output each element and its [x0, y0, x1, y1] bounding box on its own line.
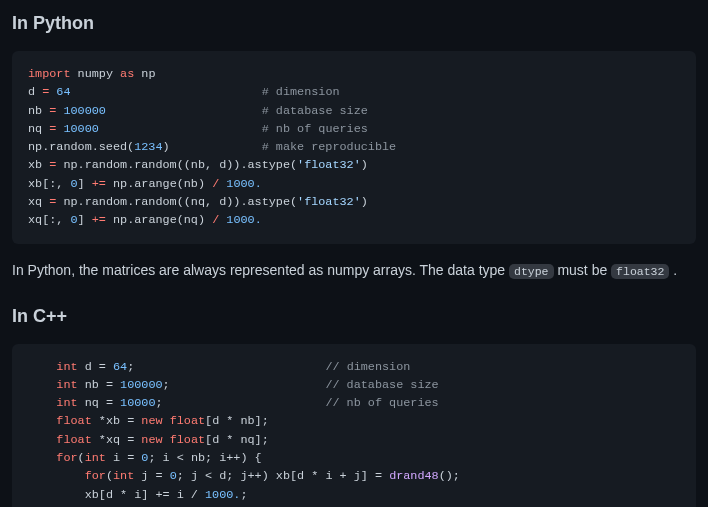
code-token: # database size	[262, 104, 368, 118]
code-token: )	[361, 195, 368, 209]
code-token: float	[56, 414, 91, 428]
code-token: np.arange(nb)	[106, 177, 212, 191]
code-token	[28, 469, 85, 483]
code-token: [d * nb];	[205, 414, 269, 428]
code-token: *xq =	[92, 433, 142, 447]
code-token: np.random.seed(	[28, 140, 134, 154]
code-token: # dimension	[262, 85, 340, 99]
code-token: # make reproducible	[262, 140, 397, 154]
code-token: int	[85, 451, 106, 465]
code-token: )	[361, 158, 368, 172]
code-token: int	[56, 396, 77, 410]
code-token	[106, 104, 262, 118]
code-token: float	[170, 433, 205, 447]
code-token: ;	[240, 488, 247, 502]
code-token: as	[120, 67, 134, 81]
text: .	[669, 262, 677, 278]
code-token: d =	[78, 360, 113, 374]
code-token: int	[113, 469, 134, 483]
code-token: for	[56, 451, 77, 465]
code-token: 64	[56, 85, 70, 99]
code-token: numpy	[70, 67, 120, 81]
code-token: nb	[28, 104, 49, 118]
code-token	[28, 488, 85, 502]
code-token	[71, 85, 262, 99]
code-token: import	[28, 67, 70, 81]
code-token: ; j < d; j++) xb[d * i + j] =	[177, 469, 389, 483]
code-token: 0	[70, 213, 77, 227]
code-token: // database size	[325, 378, 438, 392]
code-token: 'float32'	[297, 158, 361, 172]
code-token: *xb =	[92, 414, 142, 428]
code-token	[28, 433, 56, 447]
code-token: float	[56, 433, 91, 447]
code-token	[28, 396, 56, 410]
code-token: xb[d * i] += i /	[85, 488, 205, 502]
text: must be	[554, 262, 612, 278]
code-token: ;	[163, 378, 326, 392]
code-token: for	[85, 469, 106, 483]
heading-python: In Python	[12, 10, 696, 37]
code-token: np.random.random((nb, d)).astype(	[56, 158, 297, 172]
code-token: ;	[155, 396, 325, 410]
code-token: ]	[78, 213, 92, 227]
code-token: 1000.	[205, 488, 240, 502]
code-token: 64	[113, 360, 127, 374]
code-token	[99, 122, 262, 136]
code-token: // nb of queries	[325, 396, 438, 410]
code-token: 1234	[134, 140, 162, 154]
code-token: 0	[170, 469, 177, 483]
code-token: )	[163, 140, 262, 154]
code-token: 10000	[120, 396, 155, 410]
code-token: new	[141, 414, 162, 428]
code-token: (	[106, 469, 113, 483]
code-token: +=	[92, 213, 106, 227]
code-token	[163, 414, 170, 428]
code-token: [d * nq];	[205, 433, 269, 447]
code-token: +=	[92, 177, 106, 191]
code-token	[28, 414, 56, 428]
code-token: ;	[127, 360, 325, 374]
code-token	[28, 360, 56, 374]
code-token	[28, 378, 56, 392]
code-token: ; i < nb; i++) {	[148, 451, 261, 465]
code-token: nq	[28, 122, 49, 136]
paragraph: In Python, the matrices are always repre…	[12, 260, 696, 281]
code-block-python: import numpy as np d = 64 # dimension nb…	[12, 51, 696, 244]
code-token: new	[141, 433, 162, 447]
code-block-cpp: int d = 64; // dimension int nb = 100000…	[12, 344, 696, 507]
code-token: j =	[134, 469, 169, 483]
code-token: 100000	[120, 378, 162, 392]
code-token: # nb of queries	[262, 122, 368, 136]
code-token: np.arange(nq)	[106, 213, 212, 227]
code-token: xb[:,	[28, 177, 70, 191]
code-token: drand48	[389, 469, 439, 483]
code-token: nq =	[78, 396, 120, 410]
code-token: np	[134, 67, 155, 81]
code-token	[163, 433, 170, 447]
code-token: 10000	[63, 122, 98, 136]
inline-code: dtype	[509, 264, 554, 279]
code-token: xb	[28, 158, 49, 172]
code-token: nb =	[78, 378, 120, 392]
inline-code: float32	[611, 264, 669, 279]
code-token: ();	[439, 469, 460, 483]
code-token: int	[56, 360, 77, 374]
code-token: i =	[106, 451, 141, 465]
heading-cpp: In C++	[12, 303, 696, 330]
code-token: d	[28, 85, 42, 99]
code-token: ]	[78, 177, 92, 191]
code-token: 1000.	[226, 177, 261, 191]
code-token: (	[78, 451, 85, 465]
code-token: float	[170, 414, 205, 428]
code-token: int	[56, 378, 77, 392]
code-token: 100000	[63, 104, 105, 118]
code-token: xq[:,	[28, 213, 70, 227]
text: In Python, the matrices are always repre…	[12, 262, 509, 278]
code-token: // dimension	[325, 360, 410, 374]
code-token: 'float32'	[297, 195, 361, 209]
code-token: 1000.	[226, 213, 261, 227]
code-token	[28, 451, 56, 465]
code-token: np.random.random((nq, d)).astype(	[56, 195, 297, 209]
code-token: 0	[70, 177, 77, 191]
